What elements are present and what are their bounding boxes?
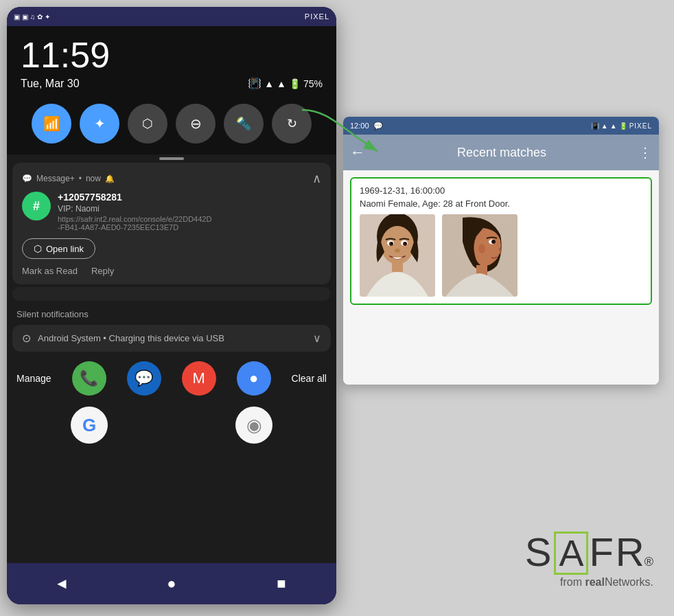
qs-flashlight-button[interactable]: 🔦: [224, 104, 264, 144]
gmail-app-icon[interactable]: M: [182, 361, 216, 396]
svg-point-16: [493, 240, 495, 242]
quick-settings-row: 📶 ✦ ⬡ ⊖ 🔦 ↻: [7, 97, 336, 155]
match-photo-1: [360, 214, 435, 297]
status-bar-left: ▣ ▣ ♫ ✿ ✦: [14, 13, 50, 21]
svg-point-10: [405, 242, 406, 244]
qs-cast-button[interactable]: ⬡: [128, 104, 167, 144]
notif-dot: •: [79, 174, 82, 183]
clock-display: 11:59: [21, 37, 323, 73]
date-row: Tue, Mar 30 📳 ▲ ▲ 🔋 75%: [21, 77, 323, 90]
svg-point-17: [478, 244, 485, 253]
status-bar: ▣ ▣ ♫ ✿ ✦ PIXEL: [7, 7, 336, 26]
manage-button[interactable]: Manage: [16, 373, 51, 384]
safr-a-box: A: [554, 532, 588, 575]
dnd-icon: ⊖: [190, 115, 202, 132]
open-link-button[interactable]: ⬡ Open link: [22, 238, 95, 259]
notif-content: +12057758281 VIP: Naomi https://safr.int…: [58, 192, 321, 231]
next-notification-card: [12, 287, 331, 301]
nav-bar: ◄ ● ■: [7, 563, 336, 604]
second-time: 12:00: [350, 122, 369, 130]
svg-point-11: [395, 249, 400, 253]
svg-point-9: [391, 242, 393, 244]
message-notification-card[interactable]: 💬 Message+ • now 🔔 ∧ # +12057758281 VIP:…: [12, 163, 331, 284]
notif-expand-button[interactable]: ∧: [312, 171, 321, 186]
battery-info: 📳 ▲ ▲ 🔋 75%: [248, 77, 323, 90]
phone-icon: 📞: [80, 369, 98, 387]
assistant-icon: ◉: [246, 415, 262, 436]
dock-row: G ◉: [7, 402, 336, 448]
notif-body: # +12057758281 VIP: Naomi https://safr.i…: [22, 192, 321, 231]
qs-dnd-button[interactable]: ⊖: [176, 104, 216, 144]
safr-tagline: from realNetworks.: [560, 576, 653, 589]
second-status-icons: 📳 ▲ ▲ 🔋 PIXEL: [591, 122, 652, 130]
match-photos-row: [360, 214, 642, 297]
notif-url-line2: -FB41-4A87-AED0-7235EEC13E7D: [58, 223, 321, 231]
wifi-status-icon: ▲: [264, 78, 274, 89]
bottom-apps-bar: Manage 📞 💬 M ● Clear all: [7, 354, 336, 402]
silent-notifications-header: Silent notifications: [7, 304, 336, 322]
bluetooth-icon: ✦: [94, 115, 106, 132]
chrome-app-icon[interactable]: ●: [237, 361, 271, 396]
phone-app-icon[interactable]: 📞: [72, 361, 106, 396]
recents-nav-button[interactable]: ■: [268, 570, 295, 597]
gmail-icon: M: [192, 369, 205, 387]
notif-bell-icon: 🔔: [105, 174, 115, 183]
charging-text: Android System • Charging this device vi…: [38, 333, 224, 343]
clear-all-button[interactable]: Clear all: [292, 373, 327, 384]
from-text: from: [560, 576, 585, 588]
battery-icon: 🔋: [289, 78, 301, 89]
mark-read-button[interactable]: Mark as Read: [22, 266, 78, 276]
safr-s: S: [525, 529, 554, 575]
second-toolbar: ← Recent matches ⋮: [343, 135, 659, 170]
android-phone: ▣ ▣ ♫ ✿ ✦ PIXEL 11:59 Tue, Mar 30 📳 ▲ ▲ …: [7, 7, 336, 604]
silent-item-content: ⊙ Android System • Charging this device …: [22, 332, 224, 345]
second-battery-icon: 🔋: [619, 122, 627, 130]
vibrate-icon: 📳: [248, 77, 262, 90]
svg-rect-4: [392, 261, 403, 272]
notif-time: now: [86, 174, 101, 183]
open-link-icon: ⬡: [34, 243, 42, 254]
notif-title: +12057758281: [58, 192, 321, 203]
message-plus-icon: 💬: [22, 174, 32, 183]
sync-icon: ↻: [287, 116, 297, 131]
second-back-button[interactable]: ←: [350, 144, 365, 161]
home-nav-button[interactable]: ●: [158, 570, 185, 597]
notif-app-label: 💬 Message+ • now 🔔: [22, 174, 115, 183]
wifi-icon: 📶: [43, 115, 60, 132]
open-link-label: Open link: [46, 244, 84, 254]
networks-text: Networks.: [605, 576, 653, 588]
second-more-button[interactable]: ⋮: [638, 144, 652, 161]
pixel-brand: PIXEL: [305, 12, 329, 21]
signal-icon: ▲: [277, 78, 286, 89]
reply-button[interactable]: Reply: [91, 266, 114, 276]
qs-wifi-button[interactable]: 📶: [32, 104, 71, 144]
silent-expand-icon[interactable]: ∨: [313, 332, 321, 345]
second-signal-icon: ▲: [610, 122, 617, 130]
google-logo: G: [82, 415, 96, 436]
silent-item-charging: ⊙ Android System • Charging this device …: [12, 325, 331, 352]
google-assistant-icon[interactable]: ◉: [235, 407, 272, 444]
messages-app-icon[interactable]: 💬: [127, 361, 161, 396]
time-header: 11:59 Tue, Mar 30 📳 ▲ ▲ 🔋 75%: [7, 26, 336, 97]
status-bar-right: PIXEL: [305, 12, 329, 21]
match-card[interactable]: 1969-12-31, 16:00:00 Naomi Female, Age: …: [350, 177, 652, 305]
portrait-svg-1: [360, 214, 435, 297]
second-status-left: 12:00 💬: [350, 122, 383, 130]
date-text: Tue, Mar 30: [21, 78, 80, 90]
second-brand: PIXEL: [629, 122, 652, 130]
safr-logo: S A F R ® from realNetworks.: [525, 529, 653, 589]
qs-bluetooth-button[interactable]: ✦: [80, 104, 119, 144]
recent-matches-screen: 12:00 💬 📳 ▲ ▲ 🔋 PIXEL ← Recent matches ⋮…: [343, 117, 659, 385]
notif-app-text: Message+: [36, 174, 75, 183]
qs-sync-button[interactable]: ↻: [272, 104, 312, 144]
google-app-icon[interactable]: G: [71, 407, 108, 444]
qs-page-indicator: [159, 157, 184, 160]
flashlight-icon: 🔦: [236, 116, 251, 131]
cast-icon: ⬡: [142, 116, 153, 131]
messages-icon: 💬: [135, 369, 153, 387]
charging-icon: ⊙: [22, 332, 31, 345]
back-nav-button[interactable]: ◄: [48, 570, 75, 597]
portrait-svg-2: [442, 214, 518, 297]
chrome-icon: ●: [249, 369, 258, 387]
second-toolbar-title: Recent matches: [372, 146, 631, 160]
